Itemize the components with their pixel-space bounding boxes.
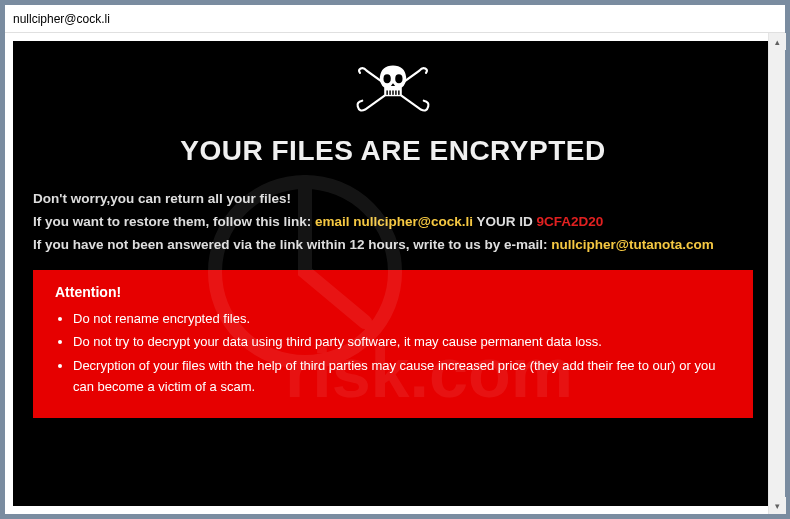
fallback-email-link[interactable]: nullcipher@tutanota.com: [551, 237, 713, 252]
your-id-label: YOUR ID: [473, 214, 537, 229]
attention-title: Attention!: [55, 284, 731, 300]
browser-viewport: nullcipher@cock.li risk.com: [0, 0, 790, 519]
chevron-up-icon: ▴: [775, 37, 780, 47]
attention-item: Decryption of your files with the help o…: [73, 355, 731, 398]
scroll-down-button[interactable]: ▾: [769, 497, 786, 514]
ransom-heading: YOUR FILES ARE ENCRYPTED: [33, 135, 753, 167]
ransom-note-window: nullcipher@cock.li risk.com: [4, 4, 786, 515]
attention-box: Attention! Do not rename encrypted files…: [33, 270, 753, 418]
content-area: risk.com: [5, 33, 785, 514]
skull-swords-icon: [33, 57, 753, 125]
window-title: nullcipher@cock.li: [13, 12, 110, 26]
svg-rect-6: [392, 90, 393, 94]
svg-point-3: [395, 74, 402, 83]
svg-rect-7: [395, 90, 396, 94]
attention-list: Do not rename encrypted files. Do not tr…: [73, 308, 731, 398]
svg-rect-5: [389, 90, 390, 94]
chevron-down-icon: ▾: [775, 501, 780, 511]
ransom-line-2: If you want to restore them, follow this…: [33, 212, 753, 233]
attention-item: Do not rename encrypted files.: [73, 308, 731, 329]
scroll-track[interactable]: [769, 50, 785, 497]
svg-rect-8: [398, 90, 399, 94]
line3-prefix: If you have not been answered via the li…: [33, 237, 551, 252]
ransom-line-3: If you have not been answered via the li…: [33, 235, 753, 256]
ransom-note-body: risk.com: [13, 41, 773, 506]
your-id-value: 9CFA2D20: [537, 214, 604, 229]
line2-prefix: If you want to restore them, follow this…: [33, 214, 315, 229]
ransom-line-1: Don't worry,you can return all your file…: [33, 189, 753, 210]
contact-email-link[interactable]: email nullcipher@cock.li: [315, 214, 473, 229]
vertical-scrollbar[interactable]: ▴ ▾: [768, 33, 785, 514]
svg-point-2: [383, 74, 390, 83]
scroll-up-button[interactable]: ▴: [769, 33, 786, 50]
attention-item: Do not try to decrypt your data using th…: [73, 331, 731, 352]
window-titlebar: nullcipher@cock.li: [5, 5, 785, 33]
svg-rect-4: [386, 90, 387, 94]
